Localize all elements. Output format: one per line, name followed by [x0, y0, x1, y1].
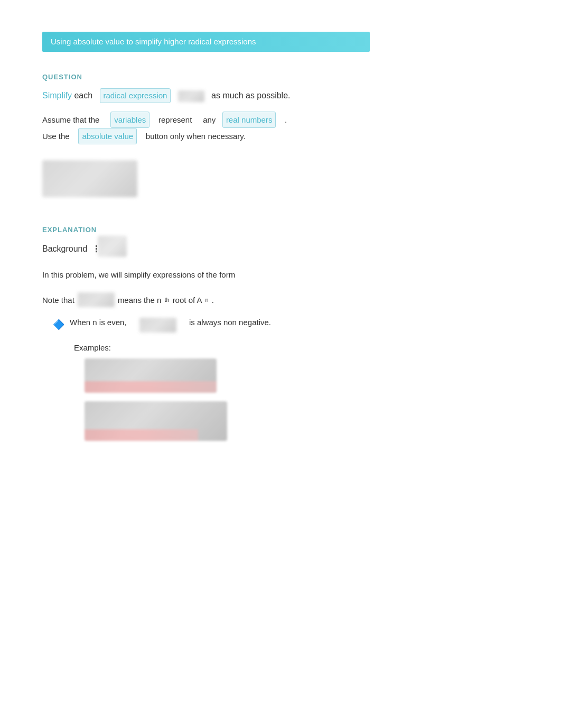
variables-box: variables: [110, 112, 149, 128]
note-th: th: [164, 297, 169, 303]
examples-label: Examples:: [74, 343, 519, 352]
background-label: Background: [42, 244, 87, 254]
question-label: QUESTION: [42, 73, 519, 81]
bullet-item-1: 🔷 When n is even, is always non negative…: [53, 318, 519, 333]
assume-text: Assume that the variables represent any …: [42, 112, 519, 144]
use-after: button only when necessary.: [146, 132, 246, 141]
explanation-label: EXPLANATION: [42, 226, 519, 234]
note-sup: n: [205, 297, 209, 303]
absolute-value-box: absolute value: [78, 128, 137, 144]
use-before: Use the: [42, 132, 70, 141]
bullet1-before: When n is even,: [70, 318, 127, 327]
title-bar: Using absolute value to simplify higher …: [42, 32, 370, 52]
as-much-text: as much as possible.: [211, 91, 290, 100]
explanation-section: EXPLANATION Background ⁝ In this problem…: [42, 226, 519, 441]
any-word: any: [203, 115, 216, 124]
period-end: .: [285, 115, 287, 124]
math-inline-placeholder-1: [178, 90, 204, 102]
represent-word: represent: [158, 115, 192, 124]
title-bar-text: Using absolute value to simplify higher …: [51, 37, 256, 46]
simplify-word: Simplify: [42, 91, 72, 100]
top-right-math-image: [98, 236, 127, 257]
bullet-char-1: 🔷: [53, 319, 64, 330]
note-after: root of A: [173, 296, 202, 305]
page-container: Using absolute value to simplify higher …: [0, 0, 561, 728]
math-question-image: [42, 160, 137, 197]
real-numbers-box: real numbers: [222, 112, 276, 128]
note-math-image: [78, 292, 115, 307]
bullet1-after: is always non negative.: [189, 318, 271, 327]
math-example-img-1: [85, 358, 217, 393]
note-means: means the n: [118, 296, 162, 305]
bullet-list: 🔷 When n is even, is always non negative…: [53, 318, 519, 333]
note-before: Note that: [42, 296, 74, 305]
math-example-img-2: [85, 401, 227, 441]
math-example-1: [85, 358, 519, 393]
bullet-math-image: [139, 318, 176, 333]
question-section: QUESTION Simplify each radical expressio…: [42, 73, 519, 210]
note-period: .: [212, 296, 214, 305]
note-row: Note that means the n th root of A n .: [42, 292, 519, 307]
radical-expression-box: radical expression: [100, 88, 171, 103]
colon-dots: ⁝: [91, 243, 98, 255]
explanation-intro: In this problem, we will simplify expres…: [42, 268, 519, 282]
each-word: each: [74, 91, 92, 100]
question-text: Simplify each radical expression as much…: [42, 88, 519, 103]
background-row: Background ⁝: [42, 241, 519, 257]
assume-before: Assume that the: [42, 115, 99, 124]
examples-text: Examples:: [74, 343, 111, 352]
math-example-2: [85, 401, 519, 441]
intro-text: In this problem, we will simplify expres…: [42, 270, 235, 279]
